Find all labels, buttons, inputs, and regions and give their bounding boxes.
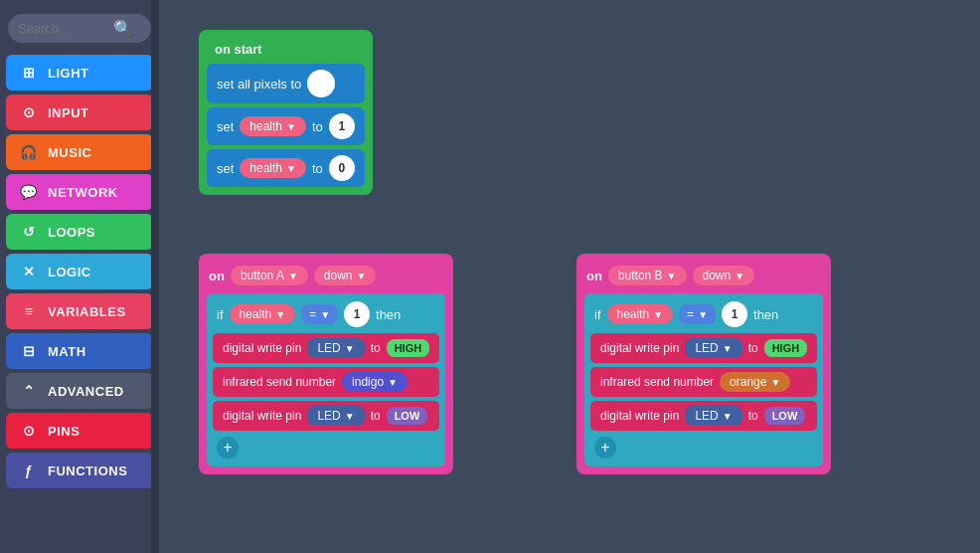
refresh-icon: ↺: [20, 223, 38, 241]
dropdown-arrow-2: ▼: [286, 163, 296, 174]
ir-b[interactable]: infrared send number orange ▼: [590, 367, 817, 397]
then-label-b: then: [753, 307, 778, 322]
down-b-dropdown[interactable]: down ▼: [693, 266, 755, 285]
headphone-icon: 🎧: [20, 143, 38, 161]
if-label-b: if: [594, 307, 601, 322]
if-val-a[interactable]: 1: [344, 301, 370, 327]
to2-label-b: to: [748, 409, 758, 423]
sidebar-item-pins[interactable]: ⊙ PINS: [6, 413, 153, 449]
if-val-b[interactable]: 1: [722, 301, 747, 327]
pixel-color-value[interactable]: [307, 70, 335, 97]
sidebar-item-variables[interactable]: ≡ VARIABLES: [6, 293, 153, 329]
if-a-container: if health ▼ = ▼ 1 then digital write pin: [207, 293, 445, 466]
if-a-header: if health ▼ = ▼ 1 then: [213, 299, 439, 329]
sidebar-item-light[interactable]: ⊞ LIGHT: [6, 55, 153, 91]
add-btn-a[interactable]: +: [217, 437, 239, 459]
sidebar-label-input: INPUT: [48, 105, 89, 120]
if-health-a[interactable]: health ▼: [230, 304, 296, 324]
indigo-dropdown[interactable]: indigo ▼: [342, 372, 408, 392]
led2-arrow-b: ▼: [723, 411, 733, 422]
dw-label-b: digital write pin: [600, 341, 679, 355]
health-label-2: health: [249, 161, 282, 175]
sidebar-item-math[interactable]: ⊟ MATH: [6, 333, 153, 369]
sidebar-item-input[interactable]: ⊙ INPUT: [6, 94, 153, 130]
sidebar-item-advanced[interactable]: ⌃ ADVANCED: [6, 373, 153, 409]
set-health-0-block[interactable]: set health ▼ to 0: [207, 149, 365, 187]
sidebar-item-network[interactable]: 💬 NETWORK: [6, 174, 153, 210]
on-start-label: on start: [211, 40, 266, 59]
canvas: on start set all pixels to set health ▼ …: [159, 0, 980, 553]
event-a-group: on button A ▼ down ▼ if health ▼: [199, 254, 453, 474]
led2-arrow-a: ▼: [345, 411, 355, 422]
search-input[interactable]: [18, 21, 107, 36]
dw2-label-a: digital write pin: [223, 409, 301, 423]
low-badge-a: LOW: [387, 407, 428, 425]
dw2-label-b: digital write pin: [600, 409, 679, 423]
sidebar-label-advanced: ADVANCED: [48, 384, 124, 399]
sidebar-label-loops: LOOPS: [48, 225, 95, 240]
dw-high-b[interactable]: digital write pin LED ▼ to HIGH: [590, 333, 817, 363]
led-b[interactable]: LED ▼: [685, 338, 741, 358]
function-icon: ƒ: [20, 461, 38, 479]
button-a-dropdown[interactable]: button A ▼: [231, 266, 308, 285]
led2-a[interactable]: LED ▼: [307, 406, 364, 426]
val-circle-2[interactable]: 0: [329, 155, 355, 181]
val-circle-1[interactable]: 1: [329, 113, 355, 139]
on-label-a: on: [209, 269, 225, 283]
dw-label-a: digital write pin: [223, 341, 301, 355]
circle-icon: ⊙: [20, 103, 38, 121]
if-b-header: if health ▼ = ▼ 1 then: [590, 299, 817, 329]
set-pixels-label: set all pixels to: [217, 77, 301, 92]
pin-icon: ⊙: [20, 422, 38, 440]
sidebar-item-logic[interactable]: ✕ LOGIC: [6, 254, 153, 289]
event-b-group: on button B ▼ down ▼ if health ▼: [576, 254, 831, 474]
led2-label-b: LED: [695, 409, 718, 423]
sidebar-item-loops[interactable]: ↺ LOOPS: [6, 214, 153, 250]
sidebar-item-functions[interactable]: ƒ FUNCTIONS: [6, 453, 153, 488]
button-a-label: button A: [241, 269, 284, 282]
sidebar-scrollbar[interactable]: [151, 0, 159, 553]
led2-label-a: LED: [317, 409, 340, 423]
dw-low-a[interactable]: digital write pin LED ▼ to LOW: [213, 401, 439, 431]
dw-high-a[interactable]: digital write pin LED ▼ to HIGH: [213, 333, 439, 363]
ir-label-a: infrared send number: [223, 375, 336, 389]
orange-label: orange: [730, 375, 766, 389]
indigo-arrow: ▼: [388, 377, 398, 388]
if-health-b[interactable]: health ▼: [607, 304, 674, 324]
eq-label-b: =: [687, 307, 694, 321]
ir-a[interactable]: infrared send number indigo ▼: [213, 367, 439, 397]
health-dropdown-1[interactable]: health ▼: [240, 116, 306, 136]
set-health-1-block[interactable]: set health ▼ to 1: [207, 107, 365, 145]
event-a-block: on button A ▼ down ▼ if health ▼: [199, 254, 453, 474]
event-b-header: on button B ▼ down ▼: [584, 262, 823, 289]
led2-b[interactable]: LED ▼: [685, 406, 741, 426]
if-b-container: if health ▼ = ▼ 1 then digital write pin: [584, 293, 823, 466]
if-label-a: if: [217, 307, 224, 322]
led-arrow-a: ▼: [345, 343, 355, 354]
if-health-arrow-b: ▼: [653, 309, 663, 320]
button-b-dropdown[interactable]: button B ▼: [608, 266, 687, 285]
eq-label-a: =: [309, 307, 316, 321]
to-label-dw-b: to: [748, 341, 758, 355]
health-dropdown-2[interactable]: health ▼: [240, 158, 306, 178]
dw-low-b[interactable]: digital write pin LED ▼ to LOW: [590, 401, 817, 431]
eq-b[interactable]: = ▼: [679, 304, 716, 324]
set-pixels-block[interactable]: set all pixels to: [207, 64, 365, 103]
search-bar[interactable]: 🔍: [8, 14, 151, 43]
down-a-dropdown[interactable]: down ▼: [314, 266, 377, 285]
to-label-1: to: [312, 119, 323, 134]
sidebar-item-music[interactable]: 🎧 MUSIC: [6, 134, 153, 170]
event-b-block: on button B ▼ down ▼ if health ▼: [576, 254, 831, 474]
down-a-label: down: [324, 269, 353, 282]
chevron-up-icon: ⌃: [20, 382, 38, 400]
search-icon: 🔍: [113, 19, 133, 38]
led-a[interactable]: LED ▼: [307, 338, 364, 358]
add-btn-b[interactable]: +: [594, 437, 616, 459]
indigo-label: indigo: [352, 375, 384, 389]
orange-dropdown[interactable]: orange ▼: [720, 372, 790, 392]
sidebar-label-variables: VARIABLES: [48, 304, 126, 319]
eq-a[interactable]: = ▼: [301, 304, 338, 324]
led-label-b: LED: [695, 341, 718, 355]
to-label-2: to: [312, 161, 323, 176]
eq-arrow-a: ▼: [320, 309, 330, 320]
